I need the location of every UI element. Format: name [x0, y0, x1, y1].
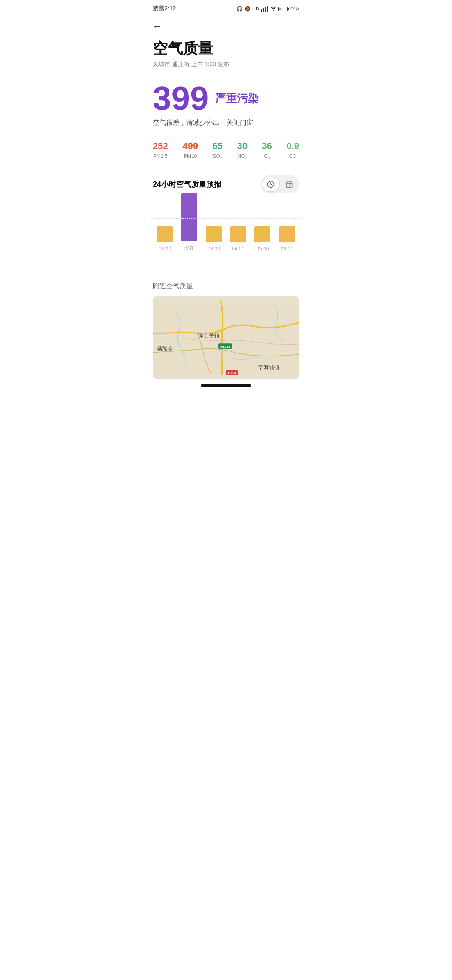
forecast-chart: 02:00 现在 03:00 04:00 05:00 06:00 — [151, 201, 301, 268]
pollutant-o3: 36 O3 — [262, 141, 272, 160]
signal-icon: HD — [252, 6, 259, 11]
home-bar — [201, 384, 251, 387]
mute-icon: 🔕 — [244, 6, 251, 12]
pollutant-co: 0.9 CO — [286, 141, 299, 160]
toggle-calendar-button[interactable] — [281, 177, 298, 191]
so2-label: SO2 — [213, 153, 222, 160]
forecast-toggle — [261, 175, 299, 193]
co-label: CO — [289, 153, 297, 159]
svg-rect-2 — [265, 7, 266, 12]
status-icons: 🎧 🔕 HD 22% — [236, 6, 299, 12]
nearby-section: 附近空气质量 G1113 G304 满族 — [144, 273, 308, 379]
map-svg: G1113 G304 满族乡 连山关镇 草河城镇 — [153, 296, 299, 379]
pm25-label: PM2.5 — [153, 153, 168, 159]
forecast-header: 24小时空气质量预报 — [153, 175, 299, 193]
pm10-value: 499 — [182, 141, 198, 152]
aqi-section: 399 严重污染 空气很差，请减少外出，关闭门窗 — [144, 75, 308, 132]
status-time: 凌晨2:12 — [153, 5, 176, 13]
pollutants-row: 252 PM2.5 499 PM10 65 SO2 30 NO2 36 O3 0… — [144, 132, 308, 167]
co-value: 0.9 — [286, 141, 299, 152]
forecast-title: 24小时空气质量预报 — [153, 179, 221, 189]
chart-line-mid — [151, 218, 301, 219]
battery-icon — [278, 7, 288, 11]
home-indicator — [144, 379, 308, 392]
svg-text:连山关镇: 连山关镇 — [198, 333, 220, 339]
wifi-icon — [270, 6, 277, 12]
aqi-main: 399 严重污染 — [153, 82, 299, 115]
status-bar: 凌晨2:12 🎧 🔕 HD 22% — [144, 0, 308, 16]
aqi-label: 严重污染 — [215, 91, 259, 106]
chart-line-bottom — [151, 233, 301, 233]
back-button[interactable]: ← — [144, 16, 308, 35]
aqi-description: 空气很差，请减少外出，关闭门窗 — [153, 119, 299, 127]
nearby-title: 附近空气质量 — [153, 282, 299, 291]
svg-rect-3 — [267, 6, 268, 12]
no2-label: NO2 — [237, 153, 247, 160]
pm10-label: PM10 — [184, 153, 197, 159]
chart-grid-lines — [151, 201, 301, 248]
battery-percent: 22% — [289, 6, 299, 12]
page-header: 空气质量 凤城市 通庄街 上午 1:00 发布 — [144, 35, 308, 75]
headphone-icon: 🎧 — [236, 6, 243, 12]
no2-value: 30 — [237, 141, 247, 152]
cellular-icon — [261, 6, 268, 12]
pollutant-no2: 30 NO2 — [237, 141, 247, 160]
svg-rect-1 — [263, 8, 264, 12]
pollutant-so2: 65 SO2 — [212, 141, 222, 160]
forecast-section: 24小时空气质量预报 — [144, 167, 308, 273]
page-subtitle: 凤城市 通庄街 上午 1:00 发布 — [153, 61, 299, 68]
map-container[interactable]: G1113 G304 满族乡 连山关镇 草河城镇 — [153, 296, 299, 379]
o3-label: O3 — [264, 153, 270, 160]
pm25-value: 252 — [153, 141, 168, 152]
aqi-number: 399 — [153, 82, 208, 115]
svg-text:G304: G304 — [228, 371, 236, 375]
toggle-hour-button[interactable] — [262, 177, 279, 191]
page-title: 空气质量 — [153, 39, 299, 59]
o3-value: 36 — [262, 141, 272, 152]
svg-text:G1113: G1113 — [220, 345, 231, 349]
so2-value: 65 — [212, 141, 222, 152]
pollutant-pm25: 252 PM2.5 — [153, 141, 168, 160]
svg-rect-0 — [261, 9, 262, 12]
chart-line-top — [151, 206, 301, 206]
pollutant-pm10: 499 PM10 — [182, 141, 198, 160]
svg-text:草河城镇: 草河城镇 — [258, 365, 280, 371]
svg-text:满族乡: 满族乡 — [157, 346, 173, 352]
